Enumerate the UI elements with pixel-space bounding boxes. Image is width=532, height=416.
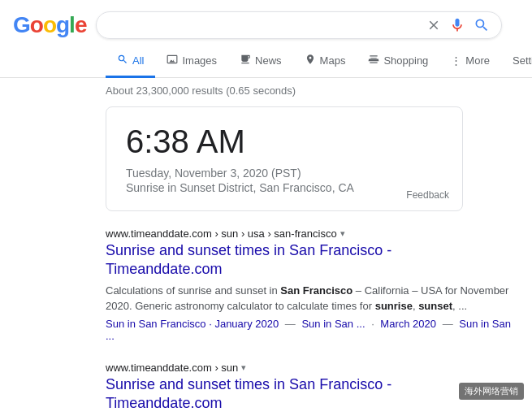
logo-g: G (13, 12, 30, 37)
result-item: www.timeanddate.com › sun › usa › san-fr… (106, 228, 512, 342)
tab-all[interactable]: All (106, 46, 155, 78)
result-url-dropdown-icon[interactable]: ▾ (340, 228, 345, 239)
result-item: www.timeanddate.com › sun ▾ Sunrise and … (106, 362, 512, 416)
result-title[interactable]: Sunrise and sunset times in San Francisc… (106, 241, 512, 280)
search-bar: sunrise & sunset san francisco (96, 11, 502, 39)
tab-shopping[interactable]: Shopping (357, 46, 439, 78)
result-url: www.timeanddate.com › sun › usa › san-fr… (106, 228, 337, 240)
result-url-dropdown-icon[interactable]: ▾ (241, 362, 246, 373)
shopping-icon (368, 54, 379, 67)
featured-time: 6:38 AM (126, 124, 443, 160)
google-logo: Google (13, 12, 86, 38)
settings-link[interactable]: Settings (501, 46, 532, 77)
search-button[interactable] (474, 17, 490, 33)
settings-label: Settings (513, 54, 532, 67)
tab-maps-label: Maps (320, 54, 346, 67)
tab-more-label: More (465, 54, 490, 67)
result-sitelinks: Sun in San Francisco · January 2020 — Su… (106, 318, 512, 342)
logo-g2: g (56, 12, 69, 37)
feedback-link[interactable]: Feedback (406, 189, 449, 201)
result-url-row: www.timeanddate.com › sun ▾ (106, 362, 512, 374)
search-input[interactable]: sunrise & sunset san francisco (108, 19, 426, 32)
featured-location: Sunrise in Sunset District, San Francisc… (126, 181, 443, 194)
sitelink-sep-1: — (285, 318, 296, 330)
tab-maps[interactable]: Maps (293, 46, 357, 78)
clear-button[interactable] (426, 18, 441, 32)
news-icon (240, 54, 251, 67)
sitelink-sep-2: · (371, 318, 377, 330)
featured-date: Tuesday, November 3, 2020 (PST) (126, 167, 443, 180)
result-title-text: Sunrise and sunset times in San Francisc… (106, 242, 391, 277)
tab-news-label: News (255, 54, 282, 67)
header: Google sunrise & sunset san francisco (0, 0, 532, 39)
result-snippet: Calculations of sunrise and sunset in Sa… (106, 283, 512, 314)
maps-icon (305, 54, 316, 67)
more-icon: ⋮ (451, 54, 461, 67)
result-url-row: www.timeanddate.com › sun › usa › san-fr… (106, 228, 512, 240)
sitelink-sep-3: — (443, 318, 453, 330)
images-icon (167, 54, 178, 67)
sitelink-3[interactable]: March 2020 (380, 318, 436, 330)
search-results: www.timeanddate.com › sun › usa › san-fr… (0, 214, 532, 416)
results-count-text: About 23,300,000 results (0.65 seconds) (106, 84, 296, 97)
result-url: www.timeanddate.com › sun (106, 362, 238, 374)
logo-o1: o (30, 12, 43, 37)
logo-l: l (69, 12, 75, 37)
tab-news[interactable]: News (228, 46, 293, 78)
results-count: About 23,300,000 results (0.65 seconds) (0, 78, 532, 103)
logo-e: e (75, 12, 87, 37)
search-icon-group (426, 17, 490, 33)
search-small-icon (117, 54, 128, 67)
sitelink-2[interactable]: Sun in San ... (301, 318, 365, 330)
tab-all-label: All (132, 54, 144, 67)
result-title[interactable]: Sunrise and sunset times in San Francisc… (106, 375, 512, 414)
voice-search-button[interactable] (449, 17, 465, 33)
featured-snippet: 6:38 AM Tuesday, November 3, 2020 (PST) … (106, 106, 463, 211)
nav-tabs: All Images News Maps Shopping ⋮ More Set… (0, 39, 532, 78)
sitelink-1[interactable]: Sun in San Francisco · January 2020 (106, 318, 279, 330)
tab-shopping-label: Shopping (383, 54, 428, 67)
tab-more[interactable]: ⋮ More (439, 46, 501, 77)
tab-images[interactable]: Images (155, 46, 228, 78)
result-title-text: Sunrise and sunset times in San Francisc… (106, 376, 391, 411)
logo-o2: o (43, 12, 56, 37)
tab-images-label: Images (182, 54, 217, 67)
